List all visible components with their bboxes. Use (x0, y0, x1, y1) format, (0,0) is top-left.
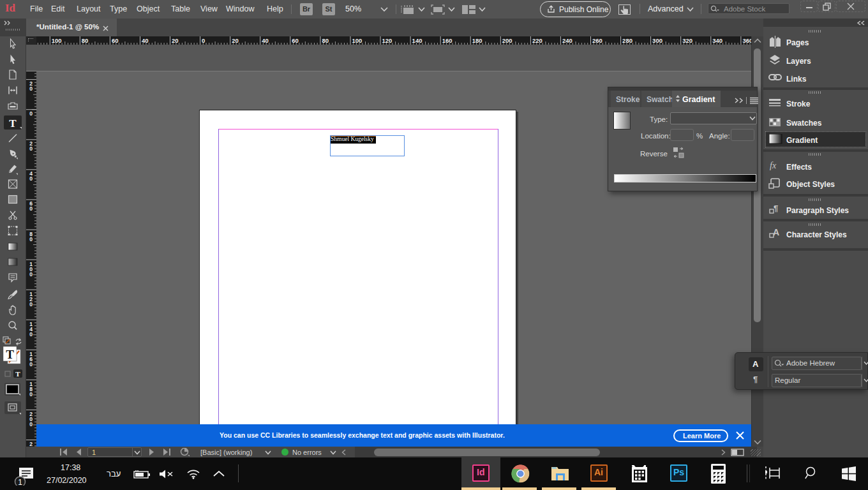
svg-text:180: 180 (472, 37, 483, 44)
svg-text:100: 100 (52, 37, 62, 44)
svg-text:100: 100 (352, 37, 363, 44)
svg-text:0: 0 (29, 301, 33, 308)
svg-text:0: 0 (29, 110, 33, 117)
svg-text:0: 0 (29, 175, 33, 182)
svg-text:0: 0 (29, 391, 33, 397)
svg-text:80: 80 (322, 37, 329, 44)
svg-text:140: 140 (412, 37, 423, 44)
svg-text:220: 220 (532, 37, 542, 44)
svg-text:340: 340 (712, 37, 722, 44)
svg-text:120: 120 (382, 37, 393, 44)
svg-text:160: 160 (442, 37, 453, 44)
svg-text:240: 240 (562, 37, 572, 44)
svg-text:0: 0 (29, 85, 33, 92)
svg-text:0: 0 (29, 236, 33, 242)
svg-text:300: 300 (652, 37, 662, 44)
svg-text:20: 20 (232, 37, 239, 44)
svg-text:T: T (9, 117, 17, 130)
svg-text:80: 80 (82, 37, 89, 44)
svg-text:280: 280 (622, 37, 632, 44)
svg-text:260: 260 (592, 37, 602, 44)
svg-text:320: 320 (682, 37, 692, 44)
svg-text:360: 360 (742, 37, 751, 44)
svg-text:1: 1 (18, 478, 22, 486)
svg-text:0: 0 (29, 145, 33, 152)
svg-text:0: 0 (29, 205, 33, 212)
svg-text:60: 60 (112, 37, 119, 44)
svg-text:0: 0 (29, 331, 33, 338)
svg-text:T: T (15, 370, 20, 378)
svg-text:40: 40 (142, 37, 149, 44)
svg-text:20: 20 (172, 37, 179, 44)
svg-text:0: 0 (202, 37, 205, 44)
svg-text:0: 0 (29, 271, 33, 278)
svg-text:60: 60 (292, 37, 299, 44)
svg-text:200: 200 (502, 37, 513, 44)
svg-text:0: 0 (29, 421, 33, 427)
svg-text:T: T (6, 348, 14, 361)
svg-text:40: 40 (262, 37, 269, 44)
svg-text:0: 0 (29, 361, 33, 368)
svg-text:¶: ¶ (774, 204, 778, 213)
